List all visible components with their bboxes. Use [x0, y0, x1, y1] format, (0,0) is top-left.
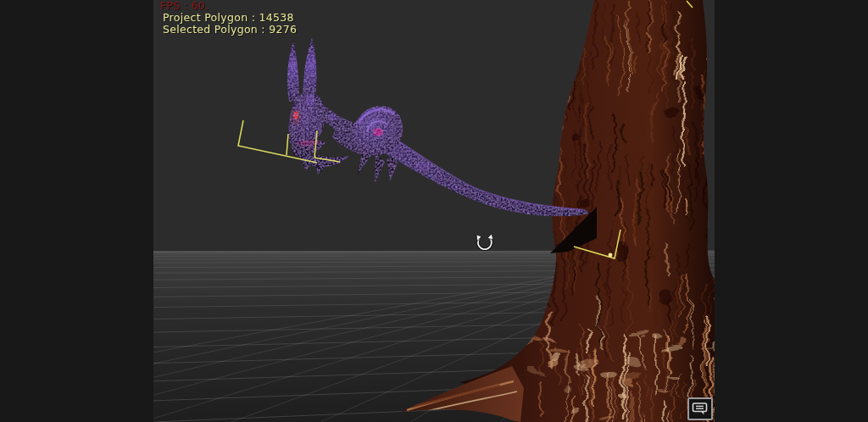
screenshot-root: FPS : 60. Project Polygon : 14538 Select…: [0, 0, 868, 422]
selected-polygon-count: Selected Polygon : 9276: [163, 24, 297, 36]
project-polygon-count: Project Polygon : 14538: [163, 12, 297, 24]
fps-counter: FPS : 60.: [160, 0, 297, 12]
hud-overlay: FPS : 60. Project Polygon : 14538 Select…: [159, 0, 297, 36]
gizmo-origin-dot: [609, 253, 613, 258]
magenta-spot: [373, 128, 383, 136]
scene-canvas: [153, 0, 715, 422]
creature-eye: [293, 112, 298, 119]
viewport-3d[interactable]: FPS : 60. Project Polygon : 14538 Select…: [153, 0, 715, 422]
letterbox-left: [0, 0, 153, 422]
chat-button[interactable]: [687, 397, 713, 420]
chat-bubble-icon: [692, 402, 709, 416]
letterbox-right: [715, 0, 868, 422]
